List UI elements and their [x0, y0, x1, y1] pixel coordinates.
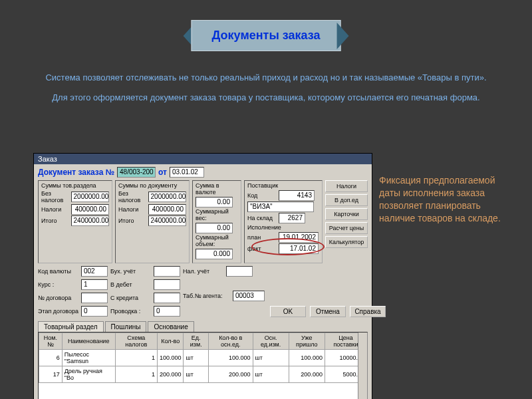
- val-currency-code[interactable]: 002: [81, 266, 108, 277]
- tab-duties[interactable]: Пошлины: [105, 321, 147, 332]
- currency-group: Сумма в валюте 0.00 Суммарный вес: 0.00 …: [192, 180, 241, 263]
- val-kod[interactable]: 4143: [279, 190, 315, 201]
- lbl-volume: Суммарный объем:: [196, 234, 238, 247]
- lbl-credit: С кредита: [110, 295, 152, 301]
- ot-label: от: [158, 168, 167, 177]
- lbl-itog2: Итого: [118, 217, 146, 224]
- lbl-sum-val: Сумма в валюте: [196, 182, 238, 196]
- col-qty[interactable]: Кол-во: [157, 333, 184, 350]
- val-rate[interactable]: 1: [81, 279, 108, 290]
- col-nom[interactable]: Ном.№: [39, 333, 63, 350]
- val-weight[interactable]: 0.00: [196, 223, 233, 233]
- val-credit[interactable]: [154, 293, 180, 303]
- lbl-bez: Без налогов: [41, 190, 69, 203]
- val-itog[interactable]: 2400000.00: [71, 215, 109, 226]
- extra-units-button[interactable]: В доп.ед: [325, 194, 368, 206]
- table-row[interactable]: 17Дрель ручная "Bo1200.000шт200.000шт200…: [39, 366, 367, 383]
- lbl-sklad: На склад: [247, 215, 277, 221]
- val-agent[interactable]: 00003: [233, 291, 265, 301]
- calculator-button[interactable]: Калькулятор: [325, 236, 368, 248]
- supplier-group: Поставщик Код4143 "ВИЗА" На склад2627 Ис…: [244, 180, 323, 263]
- col-arrived[interactable]: Уже пришло: [289, 333, 325, 350]
- val-nal2[interactable]: 400000.00: [148, 204, 186, 215]
- calc-price-button[interactable]: Расчет цены: [325, 222, 368, 234]
- lbl-agent: Таб.№ агента:: [183, 293, 231, 299]
- taxes-button[interactable]: Налоги: [325, 180, 368, 192]
- title-banner: Документы заказа: [184, 20, 349, 51]
- val-volume[interactable]: 0.000: [196, 249, 233, 259]
- val-fact[interactable]: 17.01.02: [279, 243, 319, 254]
- banner-ribbon-right: [336, 23, 348, 49]
- val-bez2[interactable]: 2000000.00: [148, 192, 186, 202]
- doc-header: Документ заказа № 48/003-200 от 03.01.02: [38, 167, 368, 178]
- lbl-nal: Налоги: [41, 206, 69, 213]
- lbl-contract: № договора: [38, 295, 79, 301]
- mid-col-1: Код валюты002 Курс :1 № договора Этап до…: [38, 265, 108, 317]
- col-unit[interactable]: Ед. изм.: [184, 333, 209, 350]
- val-taxacc[interactable]: [226, 266, 253, 277]
- col-qty2[interactable]: Кол-во в осн.ед.: [208, 333, 253, 350]
- val-stage[interactable]: 0: [81, 306, 108, 317]
- val-nal[interactable]: 400000.00: [71, 204, 109, 215]
- val-itog2[interactable]: 2400000.00: [148, 215, 186, 226]
- lbl-kod: Код: [247, 192, 277, 199]
- tabs: Товарный раздел Пошлины Основание: [38, 321, 368, 332]
- lbl-plan: план: [247, 234, 277, 241]
- doc-label: Документ заказа №: [38, 168, 114, 177]
- intro-p1: Система позволяет отслеживать не только …: [33, 72, 499, 84]
- dialog-buttons: OK Отмена Справка: [270, 306, 386, 317]
- val-acc[interactable]: [154, 266, 180, 277]
- group-title: Суммы по документу: [118, 182, 186, 189]
- val-bez[interactable]: 2000000.00: [71, 192, 109, 202]
- tab-basis[interactable]: Основание: [148, 321, 194, 332]
- lbl-debit: В дебет: [110, 281, 152, 288]
- titlebar: Заказ: [34, 154, 372, 164]
- table-scrollbar[interactable]: [358, 332, 367, 399]
- banner-title: Документы заказа: [192, 20, 341, 51]
- val-debit[interactable]: [154, 279, 180, 290]
- tab-goods[interactable]: Товарный раздел: [38, 321, 104, 332]
- goods-table: Ном.№ Наименование Схема налогов Кол-во …: [39, 332, 367, 383]
- cancel-button[interactable]: Отмена: [310, 306, 346, 317]
- intro-text: Система позволяет отслеживать не только …: [33, 72, 499, 111]
- lbl-currency-code: Код валюты: [38, 268, 79, 275]
- side-buttons: Налоги В доп.ед Карточки Расчет цены Кал…: [325, 180, 368, 263]
- lbl-weight: Суммарный вес:: [196, 208, 238, 221]
- doc-number-input[interactable]: 48/003-200: [117, 167, 156, 178]
- doc-sums-group: Суммы по документу Без налогов2000000.00…: [115, 180, 190, 263]
- cards-button[interactable]: Карточки: [325, 208, 368, 220]
- lbl-stage: Этап договора: [38, 308, 79, 315]
- val-currency[interactable]: 0.00: [196, 197, 233, 207]
- col-unit2[interactable]: Осн. ед.изм.: [253, 333, 289, 350]
- lbl-acc: Бух. учёт: [110, 268, 152, 275]
- help-button[interactable]: Справка: [350, 306, 386, 317]
- section-sums-group: Суммы тов.раздела Без налогов2000000.00 …: [38, 180, 112, 263]
- lbl-taxacc: Нал. учёт: [183, 268, 224, 275]
- lbl-fact: факт: [247, 245, 277, 252]
- doc-date-input[interactable]: 03.01.02: [170, 167, 204, 178]
- val-sklad[interactable]: 2627: [279, 213, 305, 223]
- group-title: Суммы тов.раздела: [41, 182, 109, 189]
- lbl-posting: Проводка :: [110, 308, 152, 315]
- col-name[interactable]: Наименование: [62, 333, 115, 350]
- col-scheme[interactable]: Схема налогов: [115, 333, 157, 350]
- ok-button[interactable]: OK: [270, 306, 306, 317]
- lbl-bez2: Без налогов: [118, 190, 146, 203]
- lbl-nal2: Налоги: [118, 206, 146, 213]
- mid-col-2: Бух. учёт В дебет С кредита Проводка :0: [110, 265, 180, 317]
- goods-table-wrap: Ном.№ Наименование Схема налогов Кол-во …: [38, 332, 368, 399]
- lbl-itog: Итого: [41, 217, 69, 224]
- mid-col-3: Нал. учёт Таб.№ агента:00003: [183, 265, 265, 302]
- lbl-isp: Исполнение: [247, 224, 319, 231]
- val-contract[interactable]: [81, 293, 108, 303]
- val-posting[interactable]: 0: [154, 306, 180, 317]
- order-dialog: Заказ Документ заказа № 48/003-200 от 03…: [33, 153, 372, 399]
- intro-p2: Для этого оформляется документ заказа то…: [33, 92, 499, 104]
- table-row[interactable]: 6Пылесос "Samsun1100.000шт100.000шт100.0…: [39, 350, 367, 366]
- supplier-title: Поставщик: [247, 182, 319, 189]
- val-plan[interactable]: 19.01.2002: [279, 232, 319, 243]
- callout-text: Фиксация предполагаемой даты исполнения …: [379, 174, 512, 225]
- lbl-rate: Курс :: [38, 281, 79, 288]
- val-supplier-name[interactable]: "ВИЗА": [247, 201, 314, 212]
